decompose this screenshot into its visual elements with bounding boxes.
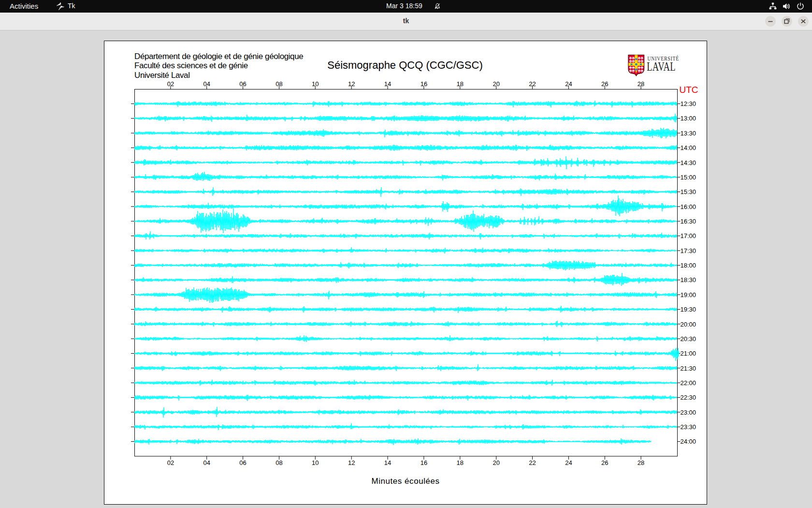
svg-text:14:00: 14:00 [681, 144, 696, 151]
svg-text:21:30: 21:30 [681, 365, 696, 372]
svg-text:24: 24 [565, 459, 572, 466]
svg-text:12: 12 [348, 80, 355, 88]
svg-text:20:30: 20:30 [681, 335, 696, 343]
svg-text:08: 08 [276, 80, 282, 88]
svg-text:24: 24 [565, 80, 572, 88]
svg-text:20: 20 [493, 459, 499, 466]
svg-text:26: 26 [601, 459, 608, 466]
svg-text:18: 18 [457, 459, 464, 466]
svg-text:26: 26 [601, 80, 608, 88]
svg-text:18:30: 18:30 [681, 276, 696, 284]
svg-text:21:00: 21:00 [681, 350, 696, 357]
svg-text:17:30: 17:30 [681, 247, 696, 254]
svg-text:08: 08 [276, 459, 282, 466]
svg-text:22: 22 [529, 80, 536, 88]
svg-text:LAVAL: LAVAL [647, 60, 676, 73]
svg-text:16:30: 16:30 [681, 218, 696, 225]
svg-text:02: 02 [167, 80, 174, 88]
svg-text:17:00: 17:00 [681, 232, 696, 239]
svg-text:20: 20 [493, 80, 499, 88]
svg-text:22: 22 [529, 459, 536, 466]
svg-text:16: 16 [420, 80, 427, 88]
svg-text:Département de géologie et de: Département de géologie et de génie géol… [134, 52, 303, 61]
svg-text:20:00: 20:00 [681, 321, 696, 328]
svg-text:12: 12 [348, 459, 355, 466]
svg-text:19:00: 19:00 [681, 291, 696, 299]
svg-text:28: 28 [638, 80, 644, 88]
svg-text:Séismographe QCQ (CGC/GSC): Séismographe QCQ (CGC/GSC) [327, 59, 483, 71]
svg-text:16:00: 16:00 [681, 203, 696, 210]
svg-text:15:30: 15:30 [681, 188, 696, 195]
svg-text:Minutes écoulées: Minutes écoulées [371, 477, 439, 486]
svg-text:22:00: 22:00 [681, 379, 696, 387]
svg-text:23:00: 23:00 [681, 409, 696, 416]
svg-text:16: 16 [420, 459, 427, 466]
svg-text:04: 04 [203, 80, 210, 88]
svg-text:10: 10 [312, 80, 319, 88]
svg-text:12:30: 12:30 [681, 100, 696, 107]
svg-text:13:30: 13:30 [681, 130, 696, 137]
svg-text:22:30: 22:30 [681, 394, 696, 401]
svg-text:UTC: UTC [680, 85, 698, 95]
svg-text:19:30: 19:30 [681, 306, 696, 313]
svg-text:14: 14 [384, 459, 391, 466]
svg-text:Faculté des sciences et de gén: Faculté des sciences et de génie [134, 61, 248, 70]
svg-text:04: 04 [203, 459, 210, 466]
svg-text:18:00: 18:00 [681, 262, 696, 269]
svg-text:06: 06 [239, 459, 246, 466]
svg-text:14:30: 14:30 [681, 159, 696, 166]
svg-text:13:00: 13:00 [681, 115, 696, 122]
svg-text:02: 02 [167, 459, 174, 466]
svg-text:14: 14 [384, 80, 391, 88]
svg-text:Université Laval: Université Laval [134, 71, 190, 80]
svg-text:10: 10 [312, 459, 319, 466]
svg-text:06: 06 [239, 80, 246, 88]
svg-text:23:30: 23:30 [681, 423, 696, 431]
svg-text:15:00: 15:00 [681, 174, 696, 181]
svg-text:18: 18 [457, 80, 464, 88]
svg-text:24:00: 24:00 [681, 438, 696, 445]
svg-text:28: 28 [638, 459, 644, 466]
